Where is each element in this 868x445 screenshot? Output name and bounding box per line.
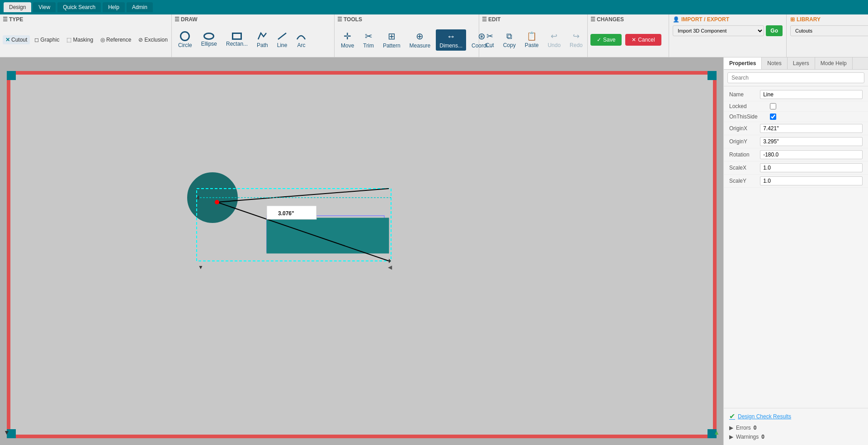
tab-admin[interactable]: Admin [127,2,153,12]
prop-scalex-row: ScaleX [724,161,868,175]
arrow-bottom-left: ▼ [4,429,10,436]
import-export-section: 👤 IMPORT / EXPORT Import 3D Component Go [669,14,787,57]
warnings-count: 0 [761,434,764,440]
errors-expand-icon: ▶ [729,425,733,431]
ellipse-icon [203,33,214,40]
import-export-title: 👤 IMPORT / EXPORT [673,16,783,23]
changes-items: ✓ Save ✕ Cancel [590,24,666,55]
draw-arc[interactable]: Arc [292,29,310,50]
check-circle-icon: ✔ [729,412,735,421]
prop-onthisside-checkbox[interactable] [770,114,776,120]
cut-icon: ✂ [486,31,493,41]
svg-text:◀: ◀ [388,264,392,270]
library-section: ⊞ LIBRARY Cutouts Go [787,14,868,57]
tab-properties[interactable]: Properties [724,57,762,69]
undo-icon: ↩ [551,31,557,41]
canvas-svg: ▼ ◀ 3.076" [0,57,723,445]
draw-path[interactable]: Path [253,29,272,50]
edit-copy[interactable]: ⧉ Copy [500,30,519,50]
edit-redo[interactable]: ↪ Redo [566,29,586,50]
edit-cut[interactable]: ✂ Cut [482,29,498,50]
tab-quick-search[interactable]: Quick Search [57,2,101,12]
type-cutout[interactable]: ✕ Cutout [3,35,30,44]
tab-notes[interactable]: Notes [762,57,787,69]
cancel-icon: ✕ [632,37,636,43]
prop-originx-label: OriginX [729,125,760,132]
person-icon: 👤 [673,16,679,23]
properties-search-input[interactable] [727,72,864,83]
type-exclusion[interactable]: ⊘ Exclusion [136,35,170,44]
prop-scaley-input[interactable] [760,176,863,185]
prop-name-input[interactable] [760,90,863,99]
import-select[interactable]: Import 3D Component [673,25,764,36]
path-icon [257,31,267,41]
tool-trim[interactable]: ✂ Trim [359,29,377,51]
tool-measure[interactable]: ⊕ Measure [406,29,434,51]
cancel-button[interactable]: ✕ Cancel [625,34,661,46]
dimensions-icon: ↔ [447,31,456,42]
prop-rotation-input[interactable] [760,150,863,159]
top-navigation: Design View Quick Search Help Admin [0,0,868,14]
tab-mode-help[interactable]: Mode Help [815,57,853,69]
svg-text:▼: ▼ [198,264,203,270]
type-items: ✕ Cutout ◻ Graphic ⬚ Masking ◎ Reference… [3,24,169,55]
prop-scaley-label: ScaleY [729,178,760,184]
tool-move[interactable]: ✛ Move [337,29,358,51]
changes-section-title: ☰ CHANGES [590,16,666,23]
prop-locked-checkbox[interactable] [770,103,776,109]
svg-line-6 [217,189,389,202]
import-go-button[interactable]: Go [766,25,783,36]
pattern-icon: ⊞ [388,31,396,42]
prop-scalex-input[interactable] [760,163,863,172]
errors-item[interactable]: ▶ Errors 0 [729,423,863,432]
tools-section-title: ☰ TOOLS [337,16,476,23]
exclusion-icon: ⊘ [138,37,143,43]
library-select[interactable]: Cutouts [790,25,868,36]
warnings-item[interactable]: ▶ Warnings 0 [729,432,863,441]
canvas-area[interactable]: ▼ ◀ 3.076" ▼ ▲ [0,57,723,445]
design-check: ✔ Design Check Results ▶ Errors 0 ▶ Warn… [724,408,868,445]
tab-design[interactable]: Design [4,2,31,12]
paste-icon: 📋 [527,31,537,41]
prop-originy-label: OriginY [729,138,760,145]
draw-items: Circle Ellipse Rectan... Path Line [175,24,331,55]
prop-originx-input[interactable] [760,124,863,133]
line-icon [277,31,287,41]
prop-originx-row: OriginX [724,122,868,135]
draw-section: ☰ DRAW Circle Ellipse Rectan... Path [172,14,335,57]
draw-circle[interactable]: Circle [175,29,196,50]
edit-hamburger-icon: ☰ [482,16,487,23]
design-check-title[interactable]: ✔ Design Check Results [729,412,863,421]
draw-ellipse[interactable]: Ellipse [198,31,221,49]
trim-icon: ✂ [365,31,373,42]
import-export-row: Import 3D Component Go [673,25,783,36]
copy-icon: ⧉ [506,32,512,41]
tab-help[interactable]: Help [103,2,125,12]
redo-icon: ↪ [573,31,580,41]
type-masking[interactable]: ⬚ Masking [64,35,96,44]
prop-originy-input[interactable] [760,137,863,146]
draw-line[interactable]: Line [274,29,291,50]
svg-line-0 [278,33,286,39]
edit-undo[interactable]: ↩ Undo [544,29,564,50]
draw-rectangle[interactable]: Rectan... [222,31,251,49]
svg-marker-10 [389,259,391,263]
type-graphic[interactable]: ◻ Graphic [32,35,62,44]
properties-table: Name Locked OnThisSide OriginX OriginY R [724,86,868,408]
toolbar: ☰ TYPE ✕ Cutout ◻ Graphic ⬚ Masking ◎ Re… [0,14,868,57]
edit-paste[interactable]: 📋 Paste [521,29,542,50]
prop-scalex-label: ScaleX [729,165,760,171]
tab-view[interactable]: View [33,2,56,12]
prop-originy-row: OriginY [724,135,868,148]
tool-pattern[interactable]: ⊞ Pattern [379,29,404,51]
save-button[interactable]: ✓ Save [590,34,622,46]
tab-layers[interactable]: Layers [788,57,815,69]
prop-onthisside-label: OnThisSide [729,114,770,120]
prop-name-row: Name [724,88,868,101]
checkmark-icon: ✓ [597,37,601,43]
reference-icon: ◎ [100,37,105,43]
library-row: Cutouts Go [790,25,868,36]
type-reference[interactable]: ◎ Reference [98,35,134,44]
draw-hamburger-icon: ☰ [175,16,179,23]
tool-dimensions[interactable]: ↔ Dimens... [436,29,466,51]
